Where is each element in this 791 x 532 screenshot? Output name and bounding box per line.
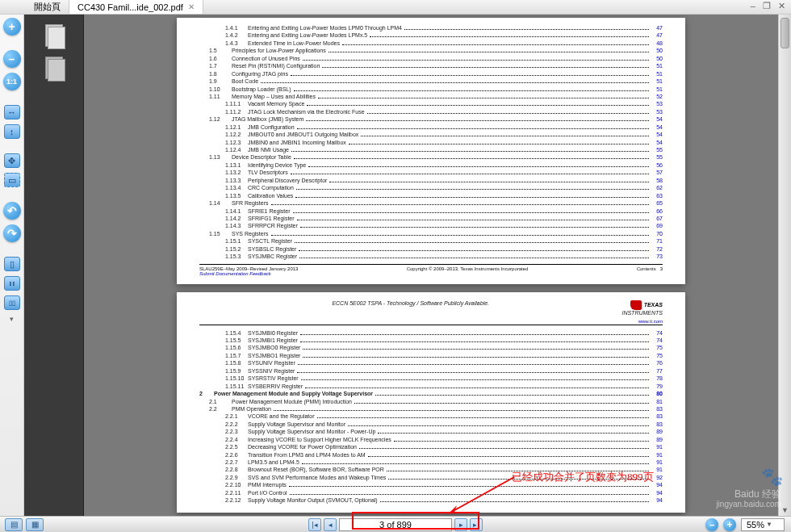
toc-entry[interactable]: 1.11Memory Map – Uses and Abilities52: [199, 93, 663, 100]
toc-entry[interactable]: 1.13.2TLV Descriptors57: [199, 169, 663, 176]
toc-entry[interactable]: 2.2.12Supply Voltage Monitor Output (SVM…: [199, 496, 663, 504]
toc-entry[interactable]: 2.2.4Increasing VCORE to Support Higher …: [199, 436, 663, 443]
toc-entry[interactable]: 1.13Device Descriptor Table55: [199, 153, 663, 161]
toc-entry[interactable]: 1.5Principles for Low-Power Applications…: [199, 47, 663, 54]
toc-entry[interactable]: 2.2.11Port I/O Control94: [199, 489, 663, 496]
actual-size-button[interactable]: 1:1: [3, 73, 21, 90]
close-icon[interactable]: ✕: [188, 2, 195, 11]
toc-entry[interactable]: 1.14.3SFRRPCR Register69: [199, 222, 663, 229]
first-page-button[interactable]: |◂: [308, 518, 321, 531]
toc-entry[interactable]: 1.6Connection of Unused Pins50: [199, 55, 663, 62]
toc-entry[interactable]: 1.15.5SYSJMBI1 Register74: [199, 337, 663, 344]
toc-entry[interactable]: 2.2.3Supply Voltage Supervisor and Monit…: [199, 428, 663, 435]
zoom-controls: – + 55%▼: [705, 518, 785, 531]
close-button[interactable]: ✕: [778, 1, 785, 10]
toc-entry[interactable]: 1.4.1Entering and Exiting Low-Power Mode…: [199, 24, 663, 31]
toc-entry[interactable]: 1.7Reset Pin (RST/NMI) Configuration51: [199, 62, 663, 69]
toc-entry[interactable]: 1.15.9SYSSNIV Register77: [199, 367, 663, 375]
tab-bar: 開始頁 CC430 Famil...ide_002.pdf✕ – ❐ ✕: [0, 0, 791, 15]
scrollbar-thumb[interactable]: [781, 18, 789, 48]
tab-document[interactable]: CC430 Famil...ide_002.pdf✕: [69, 0, 203, 14]
toc-entry[interactable]: 1.15.11SYSBERRIV Register79: [199, 383, 663, 390]
toc-entry[interactable]: 2.2PMM Operation83: [199, 405, 663, 413]
facing-button[interactable]: ▯▯: [4, 295, 20, 310]
toc-entry[interactable]: 2.2.6Transition From LPM3 and LPM4 Modes…: [199, 451, 663, 459]
zoom-out-button[interactable]: –: [3, 50, 21, 68]
vertical-scrollbar[interactable]: ▼: [778, 15, 791, 516]
toc-entry[interactable]: 1.10Bootstrap Loader (BSL)51: [199, 86, 663, 93]
toc-entry[interactable]: 1.14SFR Registers65: [199, 199, 663, 207]
view-single-button[interactable]: ▤: [5, 518, 23, 531]
toc-entry[interactable]: 1.15.10SYSRSTIV Register78: [199, 375, 663, 382]
rotate-left-button[interactable]: ↶: [3, 202, 21, 220]
toc-entry[interactable]: 1.15.8SYSUNIV Register76: [199, 359, 663, 367]
annotation-text: 已经成功合并了页数变为899页: [512, 470, 654, 484]
toc-entry[interactable]: 2.2.2Supply Voltage Supervisor and Monit…: [199, 421, 663, 428]
fit-page-button[interactable]: ↕: [4, 124, 20, 139]
toc-entry[interactable]: 1.13.1Identifying Device Type56: [199, 161, 663, 169]
tab-home[interactable]: 開始頁: [26, 0, 69, 14]
restore-button[interactable]: ❐: [763, 1, 771, 10]
document-view[interactable]: 1.4.1Entering and Exiting Low-Power Mode…: [84, 15, 778, 516]
next-page-button[interactable]: ▸: [454, 518, 467, 531]
rotate-right-button[interactable]: ↷: [3, 224, 21, 242]
toc-entry[interactable]: 1.12JTAG Mailbox (JMB) System54: [199, 115, 663, 123]
toc-entry[interactable]: 1.13.5Calibration Values63: [199, 192, 663, 199]
window-controls: – ❐ ✕: [748, 1, 788, 11]
toc-entry[interactable]: 1.12.1JMB Configuration54: [199, 124, 663, 131]
toc-entry[interactable]: 1.14.2SFRIFG1 Register67: [199, 215, 663, 222]
status-bar: ▤ ▦ |◂ ◂ 3 of 899 ▸ ▸| – + 55%▼: [0, 516, 791, 532]
toc-entry[interactable]: 1.12.4JMB NMI Usage55: [199, 146, 663, 153]
toc-entry[interactable]: 2.1Power Management Module (PMM) Introdu…: [199, 398, 663, 405]
pages-icon[interactable]: [44, 24, 65, 48]
page-number-input[interactable]: 3 of 899: [339, 518, 452, 531]
pan-button[interactable]: ✥: [4, 153, 20, 168]
marquee-button[interactable]: ▭: [4, 173, 20, 187]
thumbnail-panel: [24, 15, 84, 516]
toc-entry[interactable]: 2.2.5Decreasing VCORE for Power Optimiza…: [199, 443, 663, 450]
toc-entry[interactable]: 1.11.1Vacant Memory Space53: [199, 100, 663, 107]
toc-entry[interactable]: 1.13.3Peripheral Discovery Descriptor58: [199, 177, 663, 184]
toc-entry[interactable]: 1.4.3Extended Time in Low-Power Modes48: [199, 40, 663, 47]
continuous-button[interactable]: ⫿⫿: [4, 276, 20, 291]
toc-entry[interactable]: 2.2.7LPM3.5 and LPM4.591: [199, 459, 663, 466]
view-continuous-button[interactable]: ▦: [26, 518, 44, 531]
prev-page-button[interactable]: ◂: [324, 518, 337, 531]
toc-entry[interactable]: 1.11.2JTAG Lock Mechanism via the Electr…: [199, 108, 663, 115]
page-thumb-icon[interactable]: [44, 57, 65, 81]
toc-entry[interactable]: 1.13.4CRC Computation62: [199, 184, 663, 191]
toc-entry[interactable]: 1.14.1SFRIE1 Register66: [199, 207, 663, 215]
toc-entry[interactable]: 1.15.7SYSJMBO1 Register75: [199, 352, 663, 359]
minimize-button[interactable]: –: [751, 1, 755, 10]
toc-entry[interactable]: 1.8Configuring JTAG pins51: [199, 70, 663, 77]
last-page-button[interactable]: ▸|: [470, 518, 483, 531]
single-page-button[interactable]: ▯: [4, 257, 20, 271]
fit-width-button[interactable]: ↔: [4, 105, 20, 119]
pdf-page-3: 1.4.1Entering and Exiting Low-Power Mode…: [177, 18, 685, 284]
toc-entry[interactable]: 2Power Management Module and Supply Volt…: [199, 390, 663, 397]
toc-entry[interactable]: 2.2.1VCORE and the Regulator83: [199, 413, 663, 420]
toc-entry[interactable]: 1.15.6SYSJMBO0 Register75: [199, 344, 663, 351]
toc-entry[interactable]: 1.9Boot Code51: [199, 77, 663, 85]
zoom-in-button[interactable]: +: [3, 18, 21, 36]
zoom-out-btn[interactable]: –: [705, 518, 718, 531]
toc-entry[interactable]: 1.12.3JMBIN0 and JMBIN1 Incoming Mailbox…: [199, 139, 663, 146]
page-navigator: |◂ ◂ 3 of 899 ▸ ▸|: [308, 518, 483, 531]
scroll-down-icon[interactable]: ▼: [781, 506, 789, 514]
toc-entry[interactable]: 1.12.2JMBOUT0 and JMBOUT1 Outgoing Mailb…: [199, 131, 663, 138]
toc-entry[interactable]: 1.4.2Entering and Exiting Low-Power Mode…: [199, 31, 663, 39]
zoom-in-btn[interactable]: +: [723, 518, 736, 531]
zoom-value[interactable]: 55%▼: [741, 518, 785, 531]
toc-entry[interactable]: 1.15.4SYSJMBI0 Register74: [199, 329, 663, 337]
toolbar-left: + – 1:1 ↔ ↕ ✥ ▭ ↶ ↷ ▯ ⫿⫿ ▯▯ ▾: [0, 15, 24, 516]
toc-entry[interactable]: 1.15.2SYSBSLC Register72: [199, 245, 663, 253]
toc-entry[interactable]: 1.15.3SYSJMBC Register73: [199, 253, 663, 260]
toc-entry[interactable]: 1.15.1SYSCTL Register71: [199, 237, 663, 245]
ti-logo-icon: TEXASINSTRUMENTS: [622, 300, 663, 316]
toc-entry[interactable]: 1.15SYS Registers70: [199, 230, 663, 237]
